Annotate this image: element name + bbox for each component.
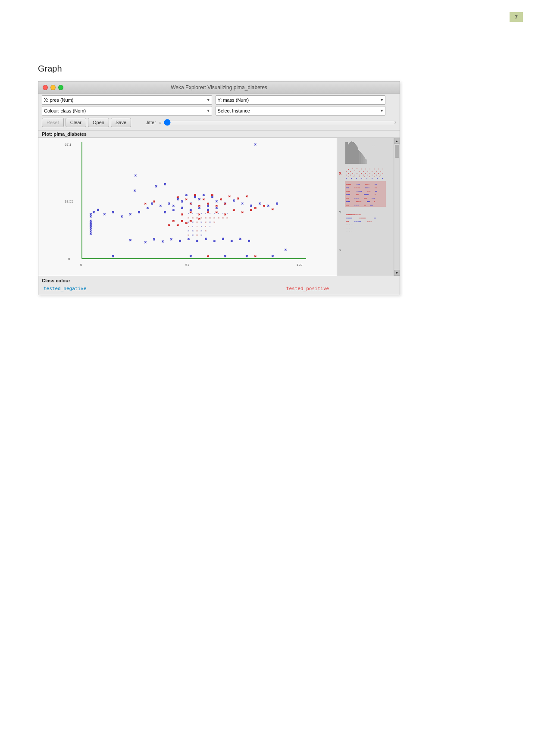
side-panel: X Y ? — [337, 138, 400, 276]
svg-text:?: ? — [339, 249, 341, 253]
svg-text:×: × — [192, 212, 194, 215]
page-number: 7 — [510, 12, 523, 22]
svg-text:×: × — [138, 210, 140, 214]
save-button[interactable]: Save — [111, 118, 131, 127]
class-positive-label: tested_positive — [219, 285, 396, 292]
svg-text:▪: ▪ — [350, 170, 351, 173]
svg-text:▪: ▪ — [374, 175, 375, 178]
side-panel-svg: X Y ? — [337, 138, 394, 276]
colour-select[interactable]: Colour: class (Nom) — [42, 106, 212, 116]
svg-text:×: × — [209, 216, 211, 219]
svg-text:×: × — [213, 212, 215, 215]
svg-text:×: × — [155, 184, 157, 188]
buttons-jitter-row: Reset Clear Open Save Jitter ○ — [42, 117, 396, 128]
svg-text:×: × — [144, 241, 147, 244]
svg-text:▪: ▪ — [369, 168, 370, 170]
svg-text:×: × — [188, 225, 189, 228]
svg-text:▪▪▪▪: ▪▪▪▪ — [346, 190, 350, 193]
clear-button[interactable]: Clear — [66, 118, 86, 127]
svg-text:61: 61 — [185, 263, 189, 267]
svg-text:▪▪▪▪▪: ▪▪▪▪▪ — [357, 190, 362, 193]
svg-text:×: × — [144, 202, 147, 206]
svg-text:0: 0 — [80, 263, 82, 267]
svg-text:33.55: 33.55 — [65, 200, 74, 203]
svg-text:▪: ▪ — [380, 174, 381, 176]
svg-text:▪: ▪ — [377, 177, 378, 180]
svg-text:×: × — [216, 204, 218, 208]
svg-text:·  ·  · ·: · · · · — [346, 230, 352, 233]
svg-text:▪: ▪ — [378, 168, 379, 170]
svg-text:▪: ▪ — [348, 168, 349, 171]
svg-text:×: × — [181, 219, 183, 223]
svg-text:×: × — [222, 237, 224, 241]
section-heading: Graph — [38, 64, 62, 74]
maximize-button[interactable] — [58, 85, 63, 90]
svg-text:×: × — [207, 202, 209, 206]
svg-text:▪: ▪ — [354, 169, 355, 172]
svg-text:×: × — [172, 219, 175, 223]
side-scrollbar[interactable]: ▲ ▼ — [394, 138, 400, 276]
select-instance-selector[interactable]: Select Instance ▼ — [216, 106, 386, 116]
svg-text:▪▪▪: ▪▪▪ — [367, 190, 371, 193]
svg-text:×: × — [228, 194, 231, 198]
close-button[interactable] — [43, 85, 48, 90]
scroll-down-button[interactable]: ▼ — [394, 270, 400, 276]
svg-text:▪▪: ▪▪ — [374, 216, 376, 219]
svg-text:×: × — [188, 221, 189, 224]
svg-text:×: × — [198, 197, 200, 201]
svg-text:▪: ▪ — [361, 172, 362, 175]
svg-text:×: × — [90, 232, 92, 236]
svg-text:×: × — [188, 234, 189, 237]
colour-selector[interactable]: Colour: class (Nom) ▼ — [42, 106, 212, 116]
svg-text:▪: ▪ — [352, 167, 353, 169]
svg-text:▪: ▪ — [361, 177, 362, 180]
scroll-thumb[interactable] — [395, 145, 399, 158]
jitter-circle-icon: ○ — [159, 120, 161, 125]
svg-text:▪: ▪ — [376, 174, 377, 176]
svg-text:×: × — [160, 204, 162, 208]
svg-text:×: × — [188, 212, 189, 215]
class-colour-row: tested_negative tested_positive — [42, 285, 396, 292]
svg-text:▪: ▪ — [354, 174, 355, 176]
svg-text:×: × — [216, 200, 218, 203]
y-axis-selector[interactable]: Y: mass (Num) ▼ — [216, 95, 386, 105]
svg-text:▪: ▪ — [382, 177, 383, 180]
svg-text:▪▪▪▪: ▪▪▪▪ — [365, 186, 369, 189]
svg-text:×: × — [179, 239, 181, 243]
scroll-up-button[interactable]: ▲ — [394, 138, 400, 144]
svg-text:×: × — [196, 216, 198, 219]
svg-text:▪▪▪▪: ▪▪▪▪ — [346, 193, 350, 196]
select-instance-select[interactable]: Select Instance — [216, 106, 386, 116]
svg-text:×: × — [248, 239, 250, 243]
svg-text:▪: ▪ — [380, 170, 381, 172]
svg-text:×: × — [241, 210, 244, 214]
colour-instance-row: Colour: class (Nom) ▼ Select Instance ▼ — [42, 106, 396, 116]
svg-text:▪: ▪ — [346, 177, 347, 180]
reset-button[interactable]: Reset — [42, 118, 64, 127]
svg-text:▪: ▪ — [372, 170, 372, 172]
x-axis-selector[interactable]: X: pres (Num) ▼ — [42, 95, 212, 105]
svg-text:▪▪: ▪▪ — [375, 186, 377, 189]
svg-text:▪▪▪: ▪▪▪ — [346, 197, 349, 200]
svg-text:▪: ▪ — [372, 177, 372, 180]
jitter-slider[interactable] — [164, 120, 396, 125]
svg-text:×: × — [285, 248, 287, 252]
open-button[interactable]: Open — [88, 118, 109, 127]
svg-text:×: × — [168, 223, 170, 227]
svg-text:0: 0 — [68, 257, 70, 261]
svg-text:▪▪▪▪▪: ▪▪▪▪▪ — [354, 186, 360, 189]
svg-text:×: × — [162, 240, 164, 244]
svg-text:×: × — [231, 239, 233, 243]
svg-text:×: × — [226, 216, 228, 219]
svg-text:×: × — [168, 202, 170, 206]
svg-text:×: × — [188, 216, 189, 219]
svg-text:▪: ▪ — [372, 174, 372, 176]
svg-text:×: × — [200, 216, 202, 219]
x-axis-select[interactable]: X: pres (Num) — [42, 95, 212, 105]
y-axis-select[interactable]: Y: mass (Num) — [216, 95, 386, 105]
minimize-button[interactable] — [50, 85, 56, 90]
axis-selectors-row: X: pres (Num) ▼ Y: mass (Num) ▼ — [42, 95, 396, 105]
svg-text:×: × — [250, 208, 252, 212]
svg-text:▪: ▪ — [379, 175, 380, 178]
svg-text:×: × — [198, 204, 200, 208]
